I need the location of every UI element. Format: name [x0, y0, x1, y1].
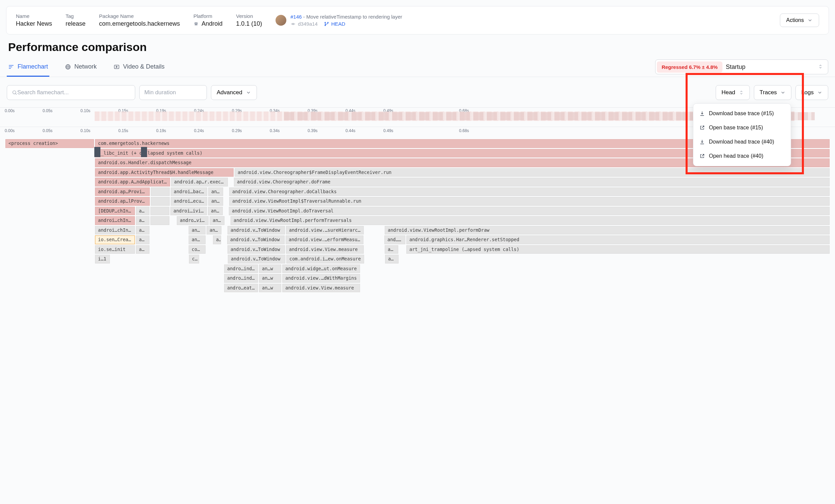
commit-sha[interactable]: d349a14: [290, 21, 318, 27]
frame[interactable]: andro…vity: [177, 216, 209, 225]
frame[interactable]: a…: [136, 245, 149, 254]
chevron-down-icon: [246, 90, 251, 95]
frame[interactable]: android.app.ActivityThread$H.handleMessa…: [95, 168, 233, 177]
frame[interactable]: android.view.ViewRootImpl$TraversalRunna…: [229, 197, 830, 206]
frame[interactable]: android.view.…erformMeasure: [286, 235, 363, 244]
frame[interactable]: android.view.…dWithMargins: [282, 274, 360, 283]
search-input-wrap[interactable]: [7, 85, 135, 100]
frame[interactable]: android.view.View.measure: [282, 284, 360, 293]
frame[interactable]: [151, 188, 170, 196]
tab-video[interactable]: Video & Details: [112, 57, 166, 77]
tab-label: Network: [74, 63, 97, 70]
traces-button[interactable]: Traces: [754, 85, 791, 100]
video-icon: [114, 64, 120, 70]
frame[interactable]: android.ap…lProvider: [95, 197, 150, 206]
min-duration-input[interactable]: [144, 89, 216, 96]
frame[interactable]: android.view.ViewRootImpl.doTraversal: [229, 207, 830, 215]
frame[interactable]: an…ty: [208, 207, 223, 215]
frame[interactable]: android.widge…ut.onMeasure: [282, 265, 360, 273]
frame[interactable]: andro…indow: [224, 265, 258, 273]
frame[interactable]: [150, 216, 169, 225]
marker[interactable]: [141, 147, 147, 157]
frame[interactable]: android.ap…Providers: [95, 188, 150, 196]
frame[interactable]: android.view.View.measure: [286, 245, 364, 254]
frame[interactable]: [DEDUP…chInfo: [95, 207, 135, 215]
frame[interactable]: [151, 197, 170, 206]
ruler-tick: 0.44s: [346, 128, 383, 133]
frame[interactable]: andro…eated: [224, 284, 258, 293]
frame[interactable]: an…te: [208, 188, 223, 196]
frame[interactable]: android.view.Choreographer$FrameDisplayE…: [235, 168, 830, 177]
download-head-trace[interactable]: Download head trace (#40): [693, 135, 791, 149]
frame[interactable]: [150, 207, 169, 215]
frame[interactable]: art_jni_trampoline (…apsed system calls): [406, 245, 830, 254]
frame[interactable]: androi…chInfo: [95, 216, 135, 225]
open-base-trace[interactable]: Open base trace (#15): [693, 121, 791, 135]
tab-network[interactable]: Network: [64, 57, 98, 77]
frame[interactable]: androi…chInfo: [95, 226, 135, 235]
frame[interactable]: android.v…ToWindow: [227, 235, 285, 244]
traces-dropdown: Download base trace (#15) Open base trac…: [693, 103, 791, 166]
frame[interactable]: an…w: [209, 216, 224, 225]
frame[interactable]: android.view.Choreographer.doCallbacks: [229, 188, 830, 196]
frame[interactable]: an…w: [207, 226, 221, 235]
frame[interactable]: android.view.ViewRootImpl.performDraw: [385, 226, 830, 235]
frame[interactable]: android.graphics.Har…Renderer.setStopped: [406, 235, 830, 244]
ruler-tick: 0.29s: [232, 128, 270, 133]
frame[interactable]: andro…indow: [224, 274, 258, 283]
btn-label: Logs: [801, 89, 814, 96]
pr-number[interactable]: #146: [290, 14, 302, 20]
frame[interactable]: an…te: [208, 197, 223, 206]
frame[interactable]: android.ap…r.execute: [171, 178, 228, 187]
frame[interactable]: android.v…ToWindow: [227, 245, 285, 254]
frame[interactable]: i…1: [95, 255, 110, 264]
advanced-button[interactable]: Advanced: [211, 85, 257, 100]
frame[interactable]: android.view.ViewRootImpl.performTravers…: [230, 216, 830, 225]
btn-label: Advanced: [217, 89, 242, 96]
meta-value: Android: [194, 20, 222, 27]
frame[interactable]: android.v…ToWindow: [227, 226, 285, 235]
frame[interactable]: a…o: [136, 216, 149, 225]
frame-selected[interactable]: io.sen…Create: [95, 235, 135, 244]
frame[interactable]: c…: [189, 255, 199, 264]
frame[interactable]: androi…ecute: [171, 197, 207, 206]
frame[interactable]: a…e: [136, 226, 149, 235]
head-button[interactable]: Head: [716, 85, 750, 100]
time-markers[interactable]: [94, 147, 147, 157]
android-icon: [194, 21, 199, 27]
frame[interactable]: io.se…init: [95, 245, 135, 254]
frame[interactable]: a…: [136, 235, 149, 244]
commit-icon: [290, 21, 296, 27]
frame[interactable]: com.android.i…ew.onMeasure: [286, 255, 364, 264]
scenario-selector[interactable]: Regressed 6.7% ± 4.8% Startup: [655, 60, 828, 74]
frame[interactable]: a…): [385, 255, 399, 264]
frame[interactable]: android.app.A…ndApplication: [95, 178, 170, 187]
actions-button[interactable]: Actions: [780, 14, 819, 27]
download-base-trace[interactable]: Download base trace (#15): [693, 106, 791, 121]
frame[interactable]: <process creation>: [5, 139, 94, 148]
frame[interactable]: co…te: [189, 245, 206, 254]
frame[interactable]: an…w: [259, 265, 281, 273]
frame[interactable]: android.view.Choreographer.doFrame: [234, 178, 830, 187]
branch-head[interactable]: HEAD: [324, 21, 346, 27]
frame[interactable]: androi…backs: [171, 188, 207, 196]
frame[interactable]: an…te: [189, 235, 206, 244]
frame[interactable]: and…aw: [384, 235, 405, 244]
tab-label: Video & Details: [123, 63, 165, 70]
search-input[interactable]: [17, 89, 130, 96]
frame[interactable]: android.v…ToWindow: [228, 255, 285, 264]
frame[interactable]: an…w: [259, 284, 281, 293]
tab-flamechart[interactable]: Flamechart: [7, 57, 49, 77]
frame[interactable]: a…o: [136, 207, 149, 215]
frame[interactable]: android.view.…sureHierarchy: [286, 226, 364, 235]
open-head-trace[interactable]: Open head trace (#40): [693, 149, 791, 163]
pr-title-line[interactable]: #146 - Move relativeTimestamp to renderi…: [290, 14, 402, 20]
marker[interactable]: [94, 147, 100, 157]
frame[interactable]: a…d: [385, 245, 398, 254]
frame[interactable]: an…w: [259, 274, 281, 283]
frame[interactable]: a…: [213, 235, 221, 244]
frame[interactable]: an…te: [189, 226, 206, 235]
min-duration-input-wrap[interactable]: ms: [139, 85, 207, 100]
frame[interactable]: androi…ivity: [170, 207, 207, 215]
logs-button[interactable]: Logs: [795, 85, 828, 100]
